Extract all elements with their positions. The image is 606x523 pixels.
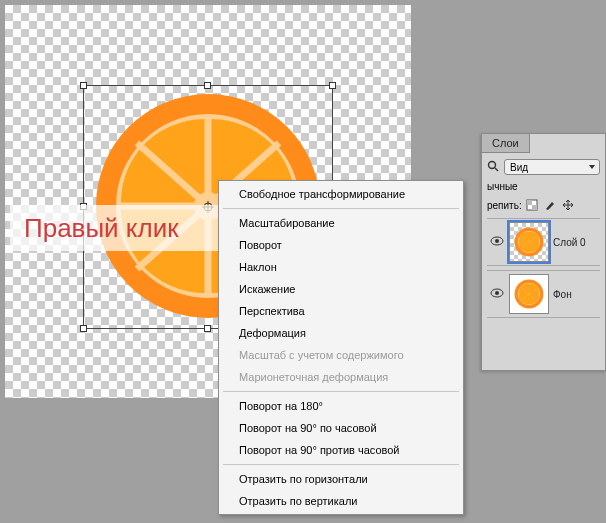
- layers-tab[interactable]: Слои: [482, 134, 530, 153]
- layer-name: Фон: [553, 289, 572, 300]
- layer-filter-value: Вид: [510, 162, 528, 173]
- svg-line-15: [495, 168, 498, 171]
- handle-bottom-middle[interactable]: [204, 325, 211, 332]
- menu-item[interactable]: Свободное трансформирование: [221, 183, 461, 205]
- blend-mode-fragment: ычные: [487, 181, 518, 192]
- layer-list: Слой 0 Фон: [487, 218, 600, 318]
- menu-item: Марионеточная деформация: [221, 366, 461, 388]
- move-lock-icon[interactable]: [561, 198, 575, 212]
- menu-item[interactable]: Наклон: [221, 256, 461, 278]
- eye-icon[interactable]: [489, 235, 505, 249]
- handle-top-right[interactable]: [329, 82, 336, 89]
- search-icon: [487, 160, 501, 174]
- handle-top-left[interactable]: [80, 82, 87, 89]
- svg-point-14: [489, 162, 496, 169]
- menu-item[interactable]: Деформация: [221, 322, 461, 344]
- eye-icon[interactable]: [489, 287, 505, 301]
- svg-rect-18: [532, 205, 537, 210]
- layer-item[interactable]: Слой 0: [487, 218, 600, 266]
- menu-item: Масштаб с учетом содержимого: [221, 344, 461, 366]
- menu-item[interactable]: Перспектива: [221, 300, 461, 322]
- svg-point-20: [495, 239, 499, 243]
- menu-item[interactable]: Поворот на 180°: [221, 395, 461, 417]
- menu-separator: [223, 464, 459, 465]
- menu-separator: [223, 208, 459, 209]
- handle-bottom-left[interactable]: [80, 325, 87, 332]
- layer-item[interactable]: Фон: [487, 270, 600, 318]
- menu-item[interactable]: Масштабирование: [221, 212, 461, 234]
- lock-transparency-icon[interactable]: [525, 198, 539, 212]
- menu-item[interactable]: Искажение: [221, 278, 461, 300]
- menu-item[interactable]: Отразить по горизонтали: [221, 468, 461, 490]
- svg-rect-17: [527, 200, 532, 205]
- layer-thumbnail[interactable]: [509, 274, 549, 314]
- menu-item[interactable]: Отразить по вертикали: [221, 490, 461, 512]
- layer-name: Слой 0: [553, 237, 586, 248]
- svg-point-24: [495, 291, 499, 295]
- handle-top-middle[interactable]: [204, 82, 211, 89]
- annotation-label: Правый клик: [10, 205, 220, 251]
- menu-item[interactable]: Поворот на 90° по часовой: [221, 417, 461, 439]
- menu-item[interactable]: Поворот на 90° против часовой: [221, 439, 461, 461]
- lock-label-fragment: репить:: [487, 200, 522, 211]
- context-menu: Свободное трансформированиеМасштабирован…: [218, 180, 464, 515]
- layers-panel: Слои Вид ычные репить:: [481, 133, 606, 371]
- layer-thumbnail[interactable]: [509, 222, 549, 262]
- layer-filter-select[interactable]: Вид: [504, 159, 600, 175]
- menu-separator: [223, 391, 459, 392]
- brush-icon[interactable]: [543, 198, 557, 212]
- menu-item[interactable]: Поворот: [221, 234, 461, 256]
